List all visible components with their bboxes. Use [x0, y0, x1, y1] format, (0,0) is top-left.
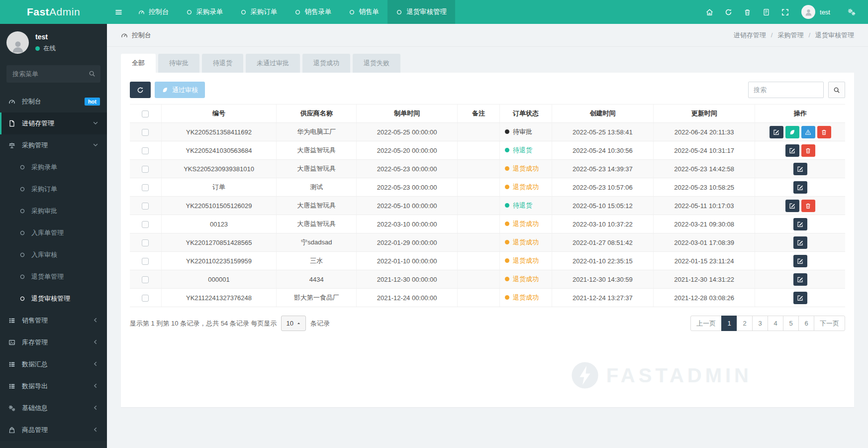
pagination-next-button[interactable]: 下一页: [814, 316, 845, 331]
pagination-page-5[interactable]: 5: [783, 316, 799, 331]
sidebar-item-return-audit[interactable]: 退货审核管理: [0, 288, 107, 310]
page-size-select[interactable]: 10: [281, 316, 305, 331]
topnav-tab-sales-entry[interactable]: 销售录单: [286, 0, 340, 24]
column-header[interactable]: 更新时间: [654, 105, 755, 123]
pagination-page-2[interactable]: 2: [737, 316, 753, 331]
reject-button[interactable]: [801, 126, 815, 138]
topnav-tab-purchase-order[interactable]: 采购订单: [232, 0, 286, 24]
pagination-page-4[interactable]: 4: [768, 316, 783, 331]
column-header[interactable]: 备注: [458, 105, 500, 123]
breadcrumb-item[interactable]: 采购管理: [777, 31, 803, 40]
row-checkbox[interactable]: [142, 276, 149, 283]
delete-button[interactable]: [801, 144, 815, 157]
column-header[interactable]: 供应商名称: [277, 105, 357, 123]
edit-button[interactable]: [785, 144, 799, 157]
menu-search-input[interactable]: [6, 65, 100, 83]
search-icon[interactable]: [89, 70, 96, 77]
row-checkbox[interactable]: [142, 203, 149, 210]
trash-button[interactable]: [738, 8, 757, 16]
cell-supplier: 大唐益智玩具: [277, 160, 357, 178]
filter-tab-1[interactable]: 待审批: [158, 54, 199, 73]
breadcrumb-item[interactable]: 进销存管理: [734, 31, 766, 40]
edit-button[interactable]: [770, 126, 783, 138]
cell-created: 2022-03-10 10:37:22: [552, 215, 653, 233]
sidebar-toggle-button[interactable]: [107, 0, 130, 24]
row-checkbox[interactable]: [142, 258, 149, 265]
edit-button[interactable]: [793, 163, 807, 175]
app-logo[interactable]: FastAdmin: [0, 0, 107, 24]
sidebar-item-inbound-mgmt[interactable]: 入库单管理: [0, 222, 107, 244]
edit-button[interactable]: [785, 200, 799, 212]
pagination-page-1[interactable]: 1: [721, 316, 737, 331]
fastadmin-logo-icon: [571, 361, 599, 389]
approve-button[interactable]: [785, 126, 799, 138]
chevron-down-icon: [91, 119, 100, 126]
pagination: 上一页123456下一页: [691, 316, 845, 331]
sidebar-item-inbound-audit[interactable]: 入库审核: [0, 244, 107, 266]
cell-remark: [458, 289, 500, 307]
delete-button[interactable]: [801, 200, 815, 212]
sidebar-item-data-summary[interactable]: 数据汇总: [0, 353, 107, 375]
fullscreen-button[interactable]: [775, 8, 794, 16]
filter-tab-3[interactable]: 未通过审批: [246, 54, 300, 73]
column-header[interactable]: 创建时间: [552, 105, 653, 123]
topnav-tab-purchase-entry[interactable]: 采购录单: [178, 0, 232, 24]
breadcrumb[interactable]: 控制台: [121, 31, 151, 40]
status-badge: 退货成功: [505, 220, 539, 227]
delete-button[interactable]: [817, 126, 831, 138]
refresh-button[interactable]: [719, 8, 738, 16]
pagination-page-6[interactable]: 6: [798, 316, 814, 331]
refresh-button[interactable]: [130, 82, 151, 98]
row-checkbox[interactable]: [142, 184, 149, 191]
topnav-tab-console[interactable]: 控制台: [130, 0, 178, 24]
circle-icon: [18, 252, 26, 258]
filter-tab-5[interactable]: 退货失败: [353, 54, 400, 73]
sidebar-item-return-mgmt[interactable]: 退货单管理: [0, 266, 107, 288]
docs-button[interactable]: [757, 8, 775, 16]
sidebar-item-goods[interactable]: 商品管理: [0, 419, 107, 441]
sidebar-item-console[interactable]: 控制台hot: [0, 91, 107, 112]
row-checkbox[interactable]: [142, 295, 149, 302]
column-header[interactable]: 操作: [755, 105, 845, 123]
select-all-checkbox[interactable]: [142, 111, 149, 117]
filter-tab-4[interactable]: 退货成功: [302, 54, 350, 73]
sidebar-item-data-export[interactable]: 数据导出: [0, 375, 107, 397]
row-checkbox[interactable]: [142, 129, 149, 136]
topbar-user-menu[interactable]: test: [801, 5, 830, 19]
approve-audit-button[interactable]: 通过审核: [155, 82, 205, 98]
edit-button[interactable]: [793, 181, 807, 194]
home-button[interactable]: [700, 8, 719, 16]
column-header[interactable]: 制单时间: [357, 105, 458, 123]
settings-button[interactable]: [842, 8, 861, 16]
edit-button[interactable]: [793, 218, 807, 230]
cell-code: YK2205241030563684: [161, 141, 277, 160]
sidebar-item-inventory[interactable]: 库存管理: [0, 332, 107, 353]
sidebar-item-purchase-order[interactable]: 采购订单: [0, 178, 107, 200]
topnav-tab-sales-order[interactable]: 销售单: [340, 0, 388, 24]
sidebar-item-base-info[interactable]: 基础信息: [0, 397, 107, 419]
edit-button[interactable]: [793, 292, 807, 304]
topnav-tab-return-audit[interactable]: 退货审核管理: [387, 0, 455, 24]
table-search-input[interactable]: [748, 82, 824, 98]
breadcrumb-item[interactable]: 退货审核管理: [815, 31, 854, 40]
filter-tab-2[interactable]: 待退货: [202, 54, 243, 73]
search-button[interactable]: [828, 82, 845, 98]
row-checkbox[interactable]: [142, 239, 149, 246]
sidebar-item-purchase[interactable]: 采购管理: [0, 134, 107, 156]
edit-button[interactable]: [793, 236, 807, 249]
pagination-page-3[interactable]: 3: [752, 316, 768, 331]
sidebar-item-invoicing[interactable]: 进销存管理: [0, 112, 107, 134]
row-checkbox[interactable]: [142, 221, 149, 228]
row-checkbox[interactable]: [142, 147, 149, 154]
records-table: 编号供应商名称制单时间备注订单状态创建时间更新时间操作 YK2205251358…: [130, 104, 845, 307]
column-header[interactable]: 编号: [161, 105, 277, 123]
edit-button[interactable]: [793, 273, 807, 286]
sidebar-item-purchase-entry[interactable]: 采购录单: [0, 156, 107, 178]
sidebar-item-sales[interactable]: 销售管理: [0, 310, 107, 332]
sidebar-item-purchase-audit[interactable]: 采购审批: [0, 200, 107, 222]
edit-button[interactable]: [793, 255, 807, 267]
row-checkbox[interactable]: [142, 166, 149, 173]
column-header[interactable]: 订单状态: [499, 105, 552, 123]
pagination-prev-button[interactable]: 上一页: [690, 316, 722, 331]
filter-tab-0[interactable]: 全部: [121, 54, 156, 73]
